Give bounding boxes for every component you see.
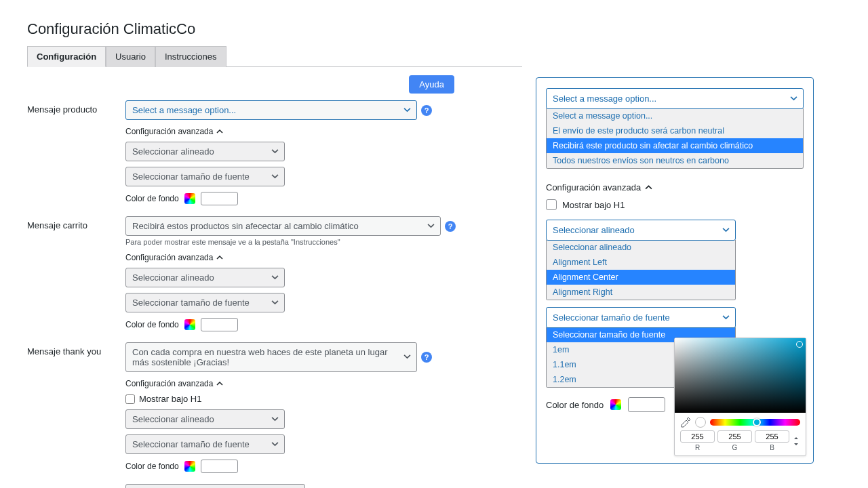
current-color-swatch <box>695 417 706 428</box>
chevron-up-icon <box>216 380 223 387</box>
chevron-down-icon <box>271 171 279 182</box>
r-select-message[interactable]: Select a message option... <box>546 88 804 109</box>
label-g: G <box>717 444 752 451</box>
checkbox-mostrar-h1[interactable] <box>125 394 135 404</box>
chevron-down-icon <box>403 105 411 115</box>
chevron-down-icon <box>271 298 279 308</box>
help-icon[interactable]: ? <box>445 221 456 232</box>
chevron-down-icon <box>271 146 279 157</box>
select-mensaje-producto[interactable]: Select a message option... <box>125 100 417 120</box>
label-mensaje-producto: Mensaje producto <box>27 100 125 115</box>
select-fuente-carrito[interactable]: Seleccionar tamaño de fuente <box>125 293 285 312</box>
color-input-thankyou[interactable] <box>201 460 238 473</box>
dropdown-option[interactable]: Select a message option... <box>547 108 803 123</box>
dropdown-option[interactable]: Alignment Left <box>547 255 735 270</box>
help-icon[interactable]: ? <box>421 352 432 363</box>
r-select-font[interactable]: Seleccionar tamaño de fuente <box>546 307 736 328</box>
color-picker-icon[interactable] <box>184 319 195 330</box>
chevron-up-icon <box>216 128 223 135</box>
color-input-carrito[interactable] <box>201 318 238 331</box>
tabs: Configuración Usuario Instrucciones <box>27 46 522 67</box>
saturation-canvas[interactable] <box>675 338 806 413</box>
r-select-align[interactable]: Seleccionar alineado <box>546 220 736 241</box>
r-message-options: Select a message option...El envío de es… <box>546 108 804 169</box>
chevron-up-icon <box>216 254 223 261</box>
label-b: B <box>755 444 789 451</box>
chevron-down-icon <box>722 225 730 235</box>
r-label-h1: Mostrar bajo H1 <box>562 200 625 210</box>
advanced-config-toggle[interactable]: Configuración avanzada <box>125 379 522 388</box>
select-fuente-thankyou[interactable]: Seleccionar tamaño de fuente <box>125 434 285 454</box>
input-b[interactable] <box>755 430 789 443</box>
label-color-fondo: Color de fondo <box>125 320 179 329</box>
r-checkbox-h1[interactable] <box>546 199 557 210</box>
hue-knob[interactable] <box>753 418 761 426</box>
chevron-down-icon <box>271 439 279 449</box>
input-r[interactable] <box>680 430 715 443</box>
chevron-down-icon <box>271 272 279 283</box>
help-button[interactable]: Ayuda <box>409 75 454 94</box>
dropdown-option[interactable]: Seleccionar alineado <box>547 240 735 255</box>
color-picker-icon[interactable] <box>184 461 195 472</box>
chevron-down-icon <box>722 312 730 323</box>
label-mensaje-thankyou: Mensaje thank you <box>27 342 125 357</box>
format-toggle-icon[interactable] <box>792 430 800 451</box>
select-posicion-sello[interactable]: Seleccionar alineado <box>125 484 305 488</box>
dropdown-option[interactable]: Recibirá este producto sin afectar al ca… <box>547 138 803 153</box>
advanced-config-toggle[interactable]: Configuración avanzada <box>125 253 522 262</box>
label-color-fondo: Color de fondo <box>125 194 179 203</box>
help-icon[interactable]: ? <box>421 105 432 116</box>
chevron-up-icon <box>645 184 652 191</box>
color-picker-popover: R G B <box>674 338 806 456</box>
r-align-options: Seleccionar alineadoAlignment LeftAlignm… <box>546 240 736 300</box>
tab-configuracion[interactable]: Configuración <box>27 46 106 67</box>
advanced-config-toggle[interactable]: Configuración avanzada <box>125 127 522 136</box>
detail-panel: Select a message option... Select a mess… <box>536 77 814 464</box>
select-value: Select a message option... <box>132 105 236 115</box>
r-advanced-config[interactable]: Configuración avanzada <box>546 182 804 192</box>
chevron-down-icon <box>271 414 279 424</box>
hue-slider[interactable] <box>710 419 800 426</box>
chevron-down-icon <box>403 352 411 363</box>
label-color-fondo: Color de fondo <box>125 462 179 471</box>
select-fuente-producto[interactable]: Seleccionar tamaño de fuente <box>125 167 285 186</box>
dropdown-option[interactable]: El envío de este producto será carbon ne… <box>547 123 803 138</box>
select-alineado-producto[interactable]: Seleccionar alineado <box>125 142 285 161</box>
label-r: R <box>680 444 715 451</box>
chevron-down-icon <box>790 94 797 104</box>
chevron-down-icon <box>427 221 435 231</box>
label-mensaje-carrito: Mensaje carrito <box>27 216 125 230</box>
hint-carrito: Para poder mostrar este mensaje ve a la … <box>125 238 522 246</box>
color-input-producto[interactable] <box>201 192 238 205</box>
dropdown-option[interactable]: Todos nuestros envíos son neutros en car… <box>547 153 803 168</box>
r-label-color: Color de fondo <box>546 400 604 410</box>
picker-handle[interactable] <box>796 341 803 348</box>
select-mensaje-carrito[interactable]: Recibirá estos productos sin afecectar a… <box>125 216 441 236</box>
select-alineado-thankyou[interactable]: Seleccionar alineado <box>125 409 285 429</box>
input-g[interactable] <box>717 430 752 443</box>
dropdown-option[interactable]: Alignment Center <box>547 270 735 285</box>
label-posicion-sello: Posición del sello <box>27 484 125 488</box>
tab-usuario[interactable]: Usuario <box>106 46 155 67</box>
page-title: Configuración ClimaticCo <box>27 20 522 38</box>
color-picker-icon[interactable] <box>184 193 195 204</box>
r-color-input[interactable] <box>628 397 665 412</box>
select-alineado-carrito[interactable]: Seleccionar alineado <box>125 268 285 287</box>
eyedropper-icon[interactable] <box>680 417 691 428</box>
select-mensaje-thankyou[interactable]: Con cada compra en nuestra web haces de … <box>125 342 417 372</box>
label-mostrar-h1: Mostrar bajo H1 <box>139 394 201 404</box>
color-picker-icon[interactable] <box>610 399 621 410</box>
dropdown-option[interactable]: Alignment Right <box>547 285 735 300</box>
tab-instrucciones[interactable]: Instrucciones <box>155 46 226 67</box>
